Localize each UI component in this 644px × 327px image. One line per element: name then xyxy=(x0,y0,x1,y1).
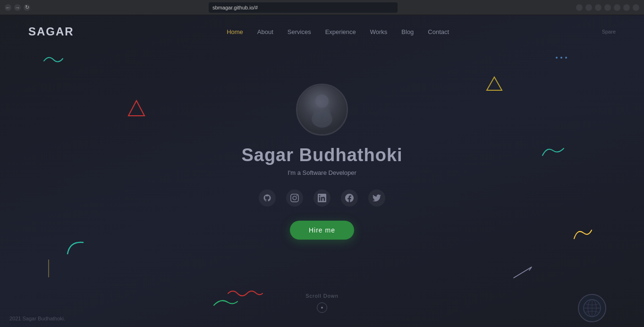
nav-item-about[interactable]: About xyxy=(257,27,273,36)
website-content: SAGAR Home About Services Experience Wor… xyxy=(0,15,644,327)
scroll-down-text: Scroll Down xyxy=(305,293,339,299)
linkedin-social-icon[interactable] xyxy=(314,189,330,207)
avatar-silhouette xyxy=(297,85,347,134)
nav-item-services[interactable]: Services xyxy=(288,27,311,36)
subtitle-role: Software Developer xyxy=(303,169,356,176)
scroll-circle[interactable] xyxy=(317,302,327,313)
scroll-dot xyxy=(321,307,323,309)
back-button[interactable]: ← xyxy=(5,4,11,11)
nav-links: Home About Services Experience Works Blo… xyxy=(227,27,449,36)
browser-ext-icon-6[interactable] xyxy=(623,4,630,11)
nav-link-experience[interactable]: Experience xyxy=(325,28,356,35)
scroll-down-section: Scroll Down xyxy=(305,293,339,313)
nav-spare-label: Spare xyxy=(602,29,616,34)
url-text: sbmagar.github.io/# xyxy=(212,5,258,10)
main-nav: SAGAR Home About Services Experience Wor… xyxy=(0,15,644,48)
nav-link-services[interactable]: Services xyxy=(288,28,311,35)
browser-ext-icon-5[interactable] xyxy=(614,4,620,11)
hire-me-button[interactable]: Hire me xyxy=(290,221,354,240)
facebook-social-icon[interactable] xyxy=(341,189,358,207)
twitter-social-icon[interactable] xyxy=(368,189,385,207)
refresh-button[interactable]: ↻ xyxy=(24,4,30,11)
browser-chrome: ← → ↻ sbmagar.github.io/# xyxy=(0,0,644,15)
browser-ext-icon-2[interactable] xyxy=(585,4,592,11)
nav-item-works[interactable]: Works xyxy=(370,27,388,36)
nav-link-contact[interactable]: Contact xyxy=(428,28,449,35)
instagram-social-icon[interactable] xyxy=(286,189,303,207)
nav-item-contact[interactable]: Contact xyxy=(428,27,449,36)
nav-link-blog[interactable]: Blog xyxy=(401,28,414,35)
hero-name: Sagar Budhathoki xyxy=(241,145,402,165)
hero-subtitle: I'm a Software Developer xyxy=(288,169,356,176)
github-social-icon[interactable] xyxy=(259,189,276,207)
forward-button[interactable]: → xyxy=(14,4,21,11)
browser-ext-icon-3[interactable] xyxy=(595,4,602,11)
browser-ext-icon-4[interactable] xyxy=(604,4,611,11)
nav-link-works[interactable]: Works xyxy=(370,28,388,35)
avatar xyxy=(296,84,348,136)
social-icons xyxy=(259,189,385,207)
nav-logo[interactable]: SAGAR xyxy=(28,25,74,38)
browser-controls: ← → ↻ xyxy=(5,4,30,11)
nav-item-experience[interactable]: Experience xyxy=(325,27,356,36)
nav-item-home[interactable]: Home xyxy=(227,27,243,36)
address-bar[interactable]: sbmagar.github.io/# xyxy=(209,2,398,13)
nav-link-home[interactable]: Home xyxy=(227,28,243,35)
hero-section: Sagar Budhathoki I'm a Software Develope… xyxy=(0,15,644,327)
browser-menu-icon[interactable] xyxy=(633,4,639,11)
nav-link-about[interactable]: About xyxy=(257,28,273,35)
browser-icons-right xyxy=(576,4,639,11)
subtitle-prefix: I'm a xyxy=(288,169,302,176)
browser-ext-icon-1[interactable] xyxy=(576,4,583,11)
nav-item-blog[interactable]: Blog xyxy=(401,27,414,36)
svg-point-4 xyxy=(315,95,329,108)
